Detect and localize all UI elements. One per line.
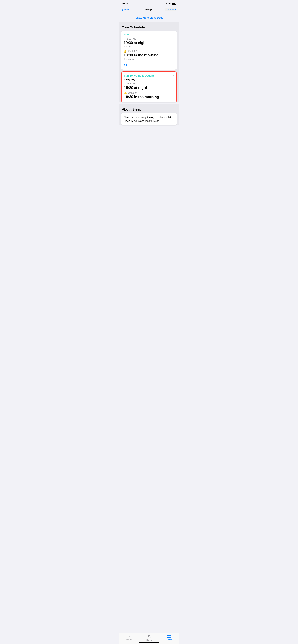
full-wakeup-time: 10:30 in the morning bbox=[124, 95, 174, 99]
wakeup-time: 10:30 in the morning bbox=[124, 53, 174, 57]
bedtime-label: BEDTIME bbox=[127, 38, 136, 40]
about-sleep-header: About Sleep bbox=[119, 106, 179, 113]
full-wakeup-row: 🔔 WAKE UP 10:30 in the morning bbox=[124, 92, 174, 99]
show-more-sleep-data-button[interactable]: Show More Sleep Data bbox=[135, 16, 163, 19]
next-label: Next bbox=[124, 33, 174, 36]
full-bedtime-time: 10:30 at night bbox=[124, 86, 174, 90]
full-schedule-card[interactable]: Full Schedule & Options › Every Day 🛏 BE… bbox=[121, 72, 177, 102]
about-sleep-section: About Sleep Sleep provides insight into … bbox=[119, 104, 179, 126]
status-time: 20:14 bbox=[122, 2, 128, 5]
wakeup-day: Tomorrow bbox=[124, 58, 174, 60]
wakeup-row: 🔔 WAKE UP 10:30 in the morning Tomorrow bbox=[124, 50, 174, 60]
status-icons: ✈ 77 bbox=[166, 2, 176, 5]
full-bedtime-row: 🛏 BEDTIME 10:30 at night bbox=[124, 82, 174, 90]
battery-indicator: 77 bbox=[172, 3, 176, 5]
airplane-icon: ✈ bbox=[166, 2, 168, 5]
every-day-label: Every Day bbox=[124, 78, 174, 81]
edit-button[interactable]: Edit bbox=[124, 64, 128, 67]
bed-icon: 🛏 bbox=[124, 38, 126, 40]
next-schedule-card: Next 🛏 BEDTIME 10:30 at night Tonight 🔔 … bbox=[121, 31, 177, 70]
full-schedule-header: Full Schedule & Options › bbox=[124, 74, 174, 77]
chevron-right-icon: › bbox=[173, 74, 174, 77]
alarm-icon: 🔔 bbox=[124, 50, 127, 53]
your-schedule-section: Your Schedule Next 🛏 BEDTIME 10:30 at ni… bbox=[119, 22, 179, 102]
back-label: Browse bbox=[123, 8, 132, 11]
your-schedule-title: Your Schedule bbox=[122, 25, 176, 29]
full-schedule-title: Full Schedule & Options bbox=[124, 74, 155, 77]
full-bedtime-label: BEDTIME bbox=[127, 83, 136, 85]
wifi-icon bbox=[168, 2, 171, 5]
wakeup-label: WAKE UP bbox=[128, 50, 137, 52]
chevron-left-icon: ‹ bbox=[122, 8, 123, 11]
nav-bar: ‹ Browse Sleep Add Data bbox=[119, 6, 179, 13]
page-title: Sleep bbox=[145, 8, 152, 11]
your-schedule-header: Your Schedule bbox=[119, 22, 179, 31]
about-sleep-description: Sleep provides insight into your sleep h… bbox=[124, 116, 174, 123]
bedtime-row: 🛏 BEDTIME 10:30 at night Tonight bbox=[124, 38, 174, 48]
battery-level: 77 bbox=[173, 3, 175, 5]
full-bed-icon: 🛏 bbox=[124, 82, 126, 85]
full-alarm-icon: 🔔 bbox=[124, 92, 127, 94]
status-bar: 20:14 ✈ 77 bbox=[119, 0, 179, 6]
bedtime-day: Tonight bbox=[124, 45, 174, 48]
back-button[interactable]: ‹ Browse bbox=[122, 8, 132, 11]
full-wakeup-label: WAKE UP bbox=[128, 92, 137, 94]
about-sleep-card: Sleep provides insight into your sleep h… bbox=[121, 113, 177, 126]
about-sleep-title: About Sleep bbox=[122, 108, 176, 112]
add-data-button[interactable]: Add Data bbox=[165, 8, 176, 12]
show-more-section: Show More Sleep Data bbox=[119, 14, 179, 22]
bedtime-time: 10:30 at night bbox=[124, 40, 174, 45]
